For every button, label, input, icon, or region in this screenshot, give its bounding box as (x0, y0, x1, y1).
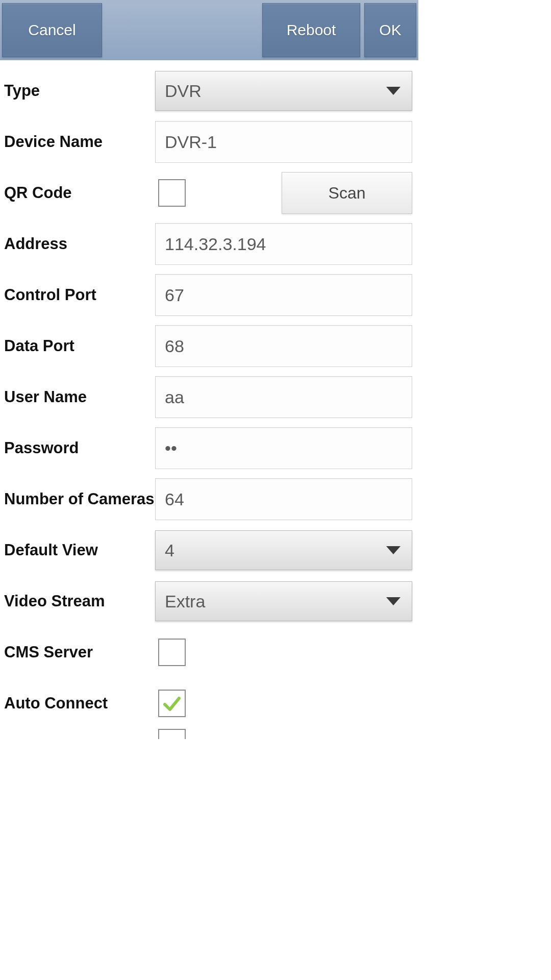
partial-checkbox[interactable] (158, 729, 186, 739)
chevron-down-icon (386, 546, 400, 554)
default-view-label: Default View (3, 541, 155, 559)
num-cameras-row: Number of Cameras 64 (3, 474, 415, 525)
type-value: DVR (165, 81, 202, 101)
control-port-value: 67 (165, 285, 184, 305)
scan-button[interactable]: Scan (282, 172, 412, 214)
default-view-value: 4 (165, 541, 174, 560)
password-input[interactable]: •• (155, 427, 412, 469)
data-port-value: 68 (165, 336, 184, 356)
user-name-input[interactable]: aa (155, 376, 412, 418)
data-port-input[interactable]: 68 (155, 325, 412, 367)
device-name-label: Device Name (3, 133, 155, 151)
num-cameras-label: Number of Cameras (3, 490, 155, 508)
video-stream-row: Video Stream Extra (3, 576, 415, 627)
default-view-row: Default View 4 (3, 525, 415, 576)
address-label: Address (3, 235, 155, 253)
address-input[interactable]: 114.32.3.194 (155, 223, 412, 265)
device-name-input[interactable]: DVR-1 (155, 121, 412, 163)
user-name-row: User Name aa (3, 372, 415, 423)
data-port-label: Data Port (3, 337, 155, 355)
cms-server-label: CMS Server (3, 643, 155, 662)
num-cameras-input[interactable]: 64 (155, 478, 412, 520)
auto-connect-label: Auto Connect (3, 694, 155, 713)
device-form: Type DVR Device Name DVR-1 QR Code Scan … (0, 60, 418, 749)
ok-button[interactable]: OK (364, 3, 416, 57)
cms-server-checkbox[interactable] (158, 639, 186, 666)
qr-code-row: QR Code Scan (3, 167, 415, 218)
address-row: Address 114.32.3.194 (3, 218, 415, 270)
auto-connect-checkbox[interactable] (158, 690, 186, 717)
video-stream-value: Extra (165, 592, 205, 611)
chevron-down-icon (386, 87, 400, 95)
partial-row (3, 729, 415, 749)
password-label: Password (3, 439, 155, 457)
device-name-value: DVR-1 (165, 132, 217, 152)
qr-code-checkbox[interactable] (158, 179, 186, 207)
cms-server-row: CMS Server (3, 627, 415, 678)
header-bar: Cancel Reboot OK (0, 0, 418, 60)
data-port-row: Data Port 68 (3, 321, 415, 372)
control-port-row: Control Port 67 (3, 270, 415, 321)
password-value: •• (165, 438, 177, 458)
type-dropdown[interactable]: DVR (155, 71, 412, 111)
video-stream-dropdown[interactable]: Extra (155, 581, 412, 621)
password-row: Password •• (3, 423, 415, 474)
qr-code-label: QR Code (3, 184, 155, 202)
default-view-dropdown[interactable]: 4 (155, 530, 412, 570)
device-name-row: Device Name DVR-1 (3, 116, 415, 167)
check-icon (162, 693, 182, 714)
address-value: 114.32.3.194 (165, 234, 266, 254)
user-name-value: aa (165, 387, 184, 407)
type-row: Type DVR (3, 65, 415, 116)
control-port-label: Control Port (3, 286, 155, 304)
chevron-down-icon (386, 597, 400, 605)
reboot-button[interactable]: Reboot (262, 3, 360, 57)
control-port-input[interactable]: 67 (155, 274, 412, 316)
video-stream-label: Video Stream (3, 592, 155, 610)
auto-connect-row: Auto Connect (3, 678, 415, 729)
user-name-label: User Name (3, 388, 155, 406)
type-label: Type (3, 82, 155, 100)
header-spacer (106, 3, 258, 57)
num-cameras-value: 64 (165, 489, 184, 509)
cancel-button[interactable]: Cancel (2, 3, 102, 57)
